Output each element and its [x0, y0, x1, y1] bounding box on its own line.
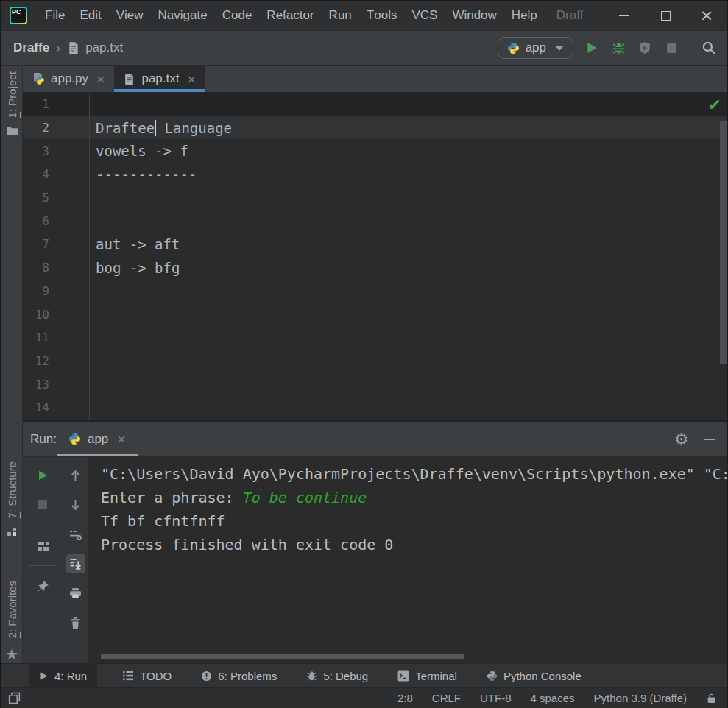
stop-button[interactable]	[33, 495, 52, 514]
code-line[interactable]: Draftee Language	[89, 116, 727, 140]
code-line[interactable]	[89, 93, 727, 116]
close-tab-icon[interactable]: ×	[187, 72, 197, 86]
label: 6	[218, 670, 224, 682]
menu-refactor[interactable]: Refactor	[259, 1, 321, 30]
line-number: 4	[23, 167, 49, 181]
folder-icon	[6, 125, 18, 136]
gutter: 7	[23, 233, 89, 256]
editor-row: 3 vowels -> f	[23, 139, 727, 163]
console-user-input: To be continue	[243, 489, 367, 506]
menu-navigate[interactable]: Navigate	[151, 1, 215, 30]
minimize-button[interactable]	[604, 1, 645, 30]
hide-panel-icon[interactable]	[704, 439, 715, 440]
tool-button-structure[interactable]: 7: Structure	[1, 461, 23, 538]
menu-window[interactable]: Window	[445, 1, 503, 30]
run-tab-app[interactable]: app ×	[57, 422, 138, 456]
clear-console-button[interactable]	[66, 613, 85, 632]
close-button[interactable]: ×	[686, 1, 727, 30]
gutter: 3	[23, 139, 89, 163]
code-line[interactable]: ------------	[89, 163, 727, 186]
breadcrumb-project[interactable]: Draffe	[13, 40, 49, 55]
indent-widget[interactable]: 4 spaces	[531, 692, 575, 704]
caret-position-widget[interactable]: 2:8	[397, 692, 413, 704]
label: elp	[520, 8, 537, 23]
run-panel-body: "C:\Users\David Ayo\PycharmProjects\Draf…	[23, 457, 727, 663]
tool-button-todo[interactable]: TODO	[118, 664, 176, 687]
code-line[interactable]	[89, 209, 727, 233]
label: R	[329, 8, 338, 23]
code-line[interactable]: aut -> aft	[89, 233, 727, 256]
console-horizontal-scrollbar[interactable]	[101, 654, 464, 659]
code-line[interactable]: vowels -> f	[89, 139, 727, 163]
code-line[interactable]	[89, 302, 727, 326]
code-line[interactable]	[89, 280, 727, 303]
menu-file[interactable]: File	[38, 1, 72, 30]
tool-button-python-console[interactable]: Python Console	[482, 664, 586, 687]
stop-button[interactable]	[663, 40, 679, 56]
rerun-button[interactable]	[33, 466, 52, 485]
run-with-coverage-button[interactable]	[637, 40, 653, 56]
menu-help[interactable]: Help	[504, 1, 545, 30]
tool-window-switcher[interactable]	[1, 692, 21, 704]
menu-tools[interactable]: Tools	[359, 1, 405, 30]
line-number: 14	[23, 400, 49, 414]
inspections-ok-icon[interactable]: ✔	[708, 96, 721, 114]
status-bar: 2:8 CRLF UTF-8 4 spaces Python 3.9 (Draf…	[1, 687, 727, 708]
down-stacktrace-button[interactable]	[66, 495, 85, 514]
code-line[interactable]	[89, 350, 727, 373]
restore-layout-button[interactable]	[33, 536, 52, 555]
code-line[interactable]	[89, 396, 727, 420]
tab-app-py[interactable]: app.py ×	[23, 66, 114, 92]
menu-run[interactable]: Run	[322, 1, 359, 30]
gutter: 12	[23, 350, 89, 373]
tool-button-project[interactable]: 1: Project	[1, 71, 23, 136]
menu-edit[interactable]: Edit	[72, 1, 108, 30]
menu-vcs[interactable]: VCS	[404, 1, 445, 30]
code-line[interactable]: bog -> bfg	[89, 256, 727, 280]
gutter: 11	[23, 326, 89, 350]
debug-button[interactable]	[610, 40, 626, 56]
run-button[interactable]	[584, 40, 600, 56]
code-text: vowels -> f	[96, 143, 188, 159]
interpreter-widget[interactable]: Python 3.9 (Draffe)	[594, 692, 687, 704]
menu-code[interactable]: Code	[215, 1, 260, 30]
settings-gear-icon[interactable]: ⚙	[674, 432, 688, 447]
close-tab-icon[interactable]: ×	[116, 432, 126, 446]
run-configuration-select[interactable]: app	[498, 37, 573, 59]
close-tab-icon[interactable]: ×	[96, 72, 105, 86]
encoding-widget[interactable]: UTF-8	[480, 692, 512, 704]
terminal-icon	[397, 670, 409, 682]
pycharm-logo-icon: PC	[10, 7, 27, 24]
code-line[interactable]	[89, 372, 727, 396]
layers-icon	[8, 692, 21, 704]
editor[interactable]: 1 2 Draftee Language 3 vowels -> f 4 ---…	[23, 93, 727, 420]
code-line[interactable]	[89, 186, 727, 210]
tool-button-problems[interactable]: 6: Problems	[197, 664, 281, 687]
breadcrumb-file[interactable]: pap.txt	[85, 40, 123, 55]
tool-button-run[interactable]: 4: Run	[29, 664, 97, 687]
console-output[interactable]: "C:\Users\David Ayo\PycharmProjects\Draf…	[88, 457, 727, 663]
editor-row: 14	[23, 396, 727, 420]
menu-view[interactable]: View	[109, 1, 151, 30]
label: R	[266, 8, 275, 23]
up-stacktrace-button[interactable]	[66, 466, 85, 485]
label: V	[116, 8, 124, 23]
line-ending-widget[interactable]: CRLF	[432, 692, 461, 704]
search-everywhere-button[interactable]	[701, 40, 717, 56]
soft-wrap-button[interactable]	[66, 525, 85, 544]
editor-vertical-scrollbar[interactable]	[720, 121, 727, 364]
tool-button-debug[interactable]: 5: Debug	[302, 664, 372, 687]
pin-tab-button[interactable]	[33, 576, 52, 595]
tool-button-terminal[interactable]: Terminal	[393, 664, 462, 687]
print-button[interactable]	[66, 584, 85, 603]
readonly-lock-icon[interactable]	[706, 693, 717, 704]
tab-pap-txt[interactable]: pap.txt ×	[114, 66, 205, 92]
code-line[interactable]	[89, 326, 727, 350]
scroll-to-end-button[interactable]	[66, 554, 85, 573]
maximize-button[interactable]	[645, 1, 686, 30]
run-panel-title: Run:	[30, 432, 57, 447]
run-header-actions: ⚙	[674, 432, 727, 447]
tool-button-favorites[interactable]: 2: Favorites ★	[1, 581, 23, 663]
star-icon: ★	[5, 645, 18, 663]
editor-row: 1	[23, 93, 727, 116]
